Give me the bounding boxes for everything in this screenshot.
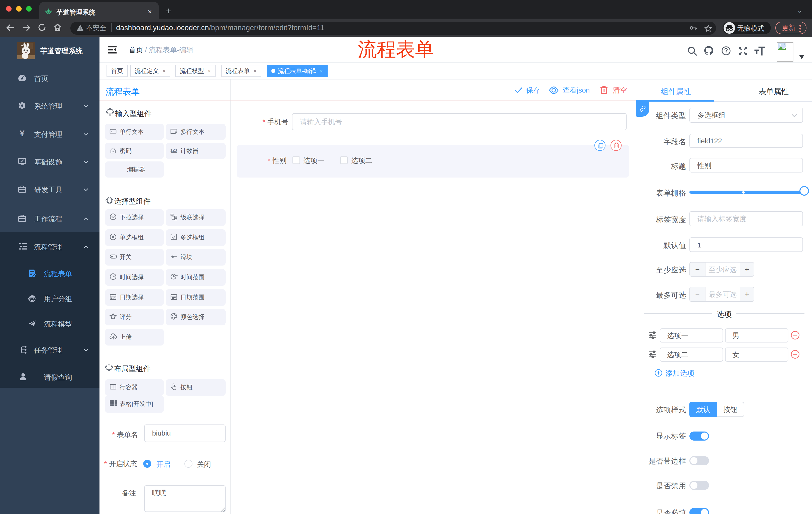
svg-text:123: 123	[170, 148, 177, 152]
